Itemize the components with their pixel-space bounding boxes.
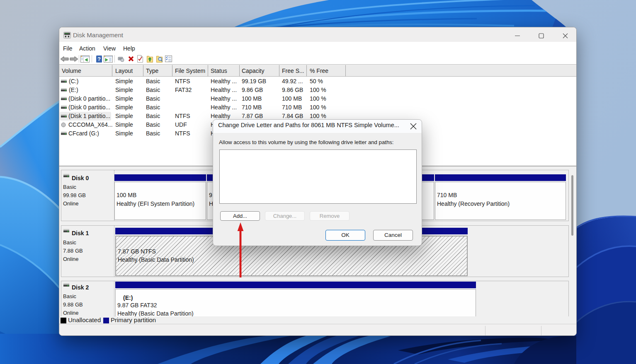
svg-text:?: ?: [97, 56, 101, 62]
